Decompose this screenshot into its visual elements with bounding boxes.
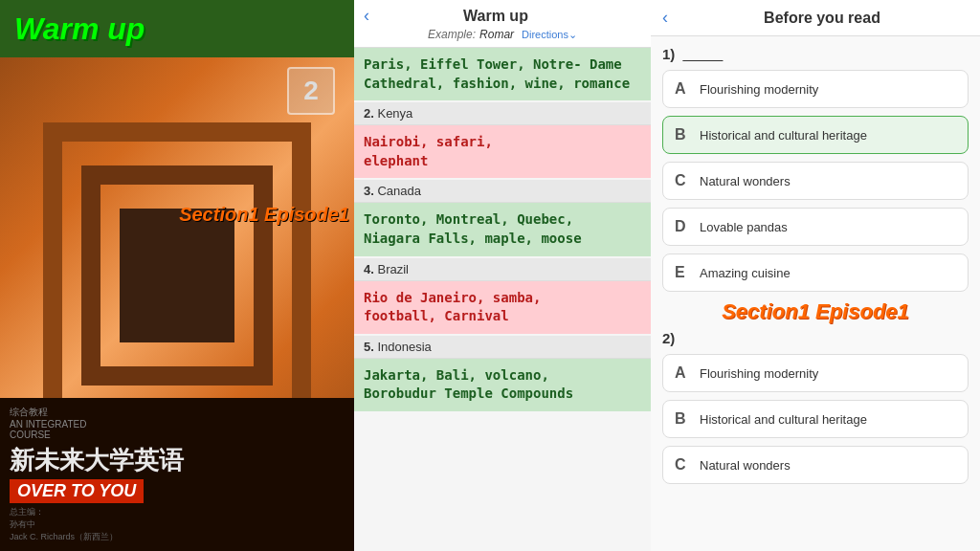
right-content: 1) _____ A Flourishing modernity B Histo… <box>651 36 980 551</box>
book-cover-panel: Warm up 2 Section1 Episode1 综合教程AN INTEG… <box>0 0 354 551</box>
q1-letter-e: E <box>675 264 690 281</box>
warm-up-banner: Warm up <box>0 0 354 57</box>
q1-letter-b: B <box>675 126 690 143</box>
q2-letter-b: B <box>675 410 690 428</box>
question-2-num: 2) <box>662 330 675 346</box>
q1-letter-d: D <box>675 218 690 235</box>
country-item-canada: 3. Canada Toronto, Montreal, Quebec,Niag… <box>354 180 651 255</box>
mid-nav: ‹ Warm up <box>364 6 641 26</box>
over-to-you-label: OVER TO YOU <box>10 479 144 503</box>
indonesia-label: 5. Indonesia <box>354 336 651 359</box>
inner-rect <box>120 209 234 342</box>
q1-text-b: Historical and cultural heritage <box>700 128 867 143</box>
book-number: 2 <box>287 67 335 115</box>
q1-text-a: Flourishing modernity <box>700 82 818 97</box>
warm-up-panel: ‹ Warm up Example: Romar Directions ⌄ Pa… <box>354 0 651 551</box>
canada-desc: Toronto, Montreal, Quebec,Niagara Falls,… <box>354 203 651 255</box>
brazil-desc: Rio de Janeiro, samba,football, Carnival <box>354 281 651 334</box>
integrated-course-label: 综合教程AN INTEGRATEDCOURSE <box>10 406 345 440</box>
q2-letter-a: A <box>675 364 690 382</box>
mid-header: ‹ Warm up Example: Romar Directions ⌄ <box>354 0 651 48</box>
section-title-right: Section1 Episode1 <box>662 299 969 324</box>
q1-text-e: Amazing cuisine <box>700 266 791 280</box>
q1-text-c: Natural wonders <box>700 174 791 188</box>
q2-text-c: Natural wonders <box>700 458 791 473</box>
country-item-indonesia: 5. Indonesia Jakarta, Bali, volcano,Boro… <box>354 336 651 411</box>
indonesia-desc: Jakarta, Bali, volcano,Borobudur Temple … <box>354 359 651 411</box>
q1-option-c[interactable]: C Natural wonders <box>662 162 969 200</box>
directions-label: Directions <box>522 29 568 40</box>
right-title: Before you read <box>676 10 969 27</box>
example-value: Romar <box>479 28 514 41</box>
question-2-label: 2) <box>662 330 969 346</box>
directions-button[interactable]: Directions ⌄ <box>522 29 577 41</box>
q1-option-d[interactable]: D Lovable pandas <box>662 208 969 246</box>
q1-letter-a: A <box>675 80 690 98</box>
kenya-desc: Nairobi, safari,elephant <box>354 125 651 178</box>
question-1-label: 1) _____ <box>662 46 969 62</box>
france-desc: Paris, Eiffel Tower, Notre- Dame Cathedr… <box>354 48 651 100</box>
author-info: 总主编：孙有中Jack C. Richards（新西兰） <box>10 506 345 543</box>
mid-content: Paris, Eiffel Tower, Notre- Dame Cathedr… <box>354 48 651 551</box>
q2-option-b[interactable]: B Historical and cultural heritage <box>662 400 969 438</box>
q1-text-d: Lovable pandas <box>700 220 788 234</box>
back-arrow-right[interactable]: ‹ <box>662 8 668 28</box>
example-label: Example: <box>428 28 476 41</box>
mid-title: Warm up <box>463 8 528 25</box>
q1-option-b[interactable]: B Historical and cultural heritage <box>662 116 969 154</box>
country-item-brazil: 4. Brazil Rio de Janeiro, samba,football… <box>354 258 651 334</box>
q2-letter-c: C <box>675 456 690 474</box>
question-1-blank: _____ <box>683 46 724 62</box>
q2-text-a: Flourishing modernity <box>700 366 818 381</box>
question-1-num: 1) <box>662 46 675 62</box>
q1-letter-c: C <box>675 172 690 189</box>
country-item-france: Paris, Eiffel Tower, Notre- Dame Cathedr… <box>354 48 651 100</box>
brazil-label: 4. Brazil <box>354 258 651 281</box>
section-badge-left: Section1 Episode1 <box>179 204 349 226</box>
q2-text-b: Historical and cultural heritage <box>700 412 867 427</box>
chevron-down-icon: ⌄ <box>568 29 577 41</box>
chinese-title: 新未来大学英语 <box>10 444 345 477</box>
q2-option-a[interactable]: A Flourishing modernity <box>662 354 969 392</box>
quiz-panel: ‹ Before you read 1) _____ A Flourishing… <box>651 0 980 551</box>
country-item-kenya: 2. Kenya Nairobi, safari,elephant <box>354 102 651 178</box>
canada-label: 3. Canada <box>354 180 651 203</box>
book-bottom-info: 综合教程AN INTEGRATEDCOURSE 新未来大学英语 OVER TO … <box>0 398 354 551</box>
right-header: ‹ Before you read <box>651 0 980 36</box>
q1-option-a[interactable]: A Flourishing modernity <box>662 70 969 108</box>
q1-option-e[interactable]: E Amazing cuisine <box>662 253 969 292</box>
back-arrow-mid[interactable]: ‹ <box>364 6 369 26</box>
kenya-label: 2. Kenya <box>354 102 651 125</box>
warm-up-title: Warm up <box>14 11 145 47</box>
q2-option-c[interactable]: C Natural wonders <box>662 446 969 484</box>
directions-row: Example: Romar Directions ⌄ <box>428 28 577 41</box>
